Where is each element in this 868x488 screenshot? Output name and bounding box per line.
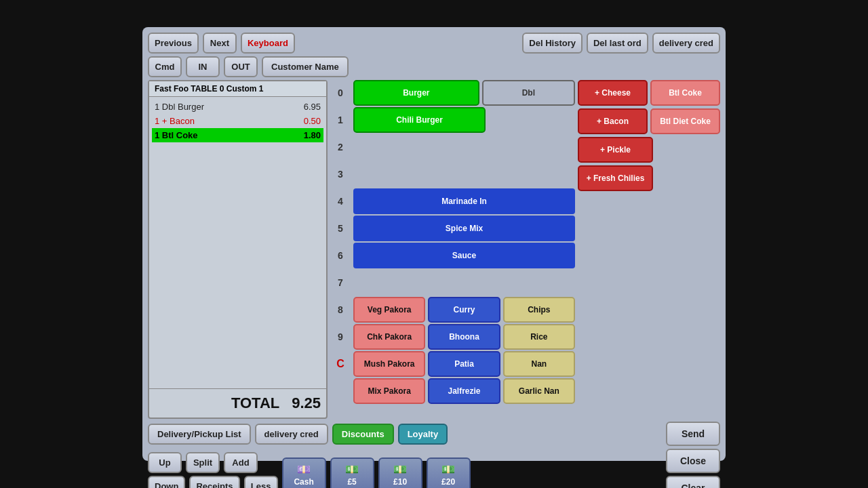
patia-button[interactable]: Patia [428,351,500,377]
ten-button[interactable]: 💵 £10 [378,458,422,489]
order-item-price-0: 6.95 [304,102,321,112]
cash-icon: 💷 [297,463,311,476]
menu-row-0: Burger Dbl [353,80,575,106]
twenty-label: £20 [441,477,455,487]
right-empty-9 [578,365,720,390]
customer-name-button[interactable]: Customer Name [262,56,349,77]
right-row-2: + Fresh Chilies [578,165,720,191]
chili-burger-button[interactable]: Chili Burger [353,107,486,133]
cheese-button[interactable]: + Cheese [578,80,648,106]
burger-button[interactable]: Burger [353,80,479,106]
right-empty-3 [578,194,720,220]
bottom-row-2: Up Split Add Down Receipts Less 💷 Cash 💵… [148,449,720,488]
right-empty-c [578,393,720,419]
garlic-nan-button[interactable]: Garlic Nan [503,378,575,404]
pickle-button[interactable]: + Pickle [578,137,653,163]
order-items: 1 Dbl Burger 6.95 1 + Bacon 0.50 1 Btl C… [149,97,326,388]
order-item-desc-1: 1 + Bacon [155,116,195,126]
less-button[interactable]: Less [244,476,278,488]
num-7: 7 [330,270,351,296]
up-button[interactable]: Up [148,452,182,473]
pos-container: Previous Next Keyboard Del History Del l… [142,27,726,461]
curry-button[interactable]: Curry [428,297,500,323]
previous-button[interactable]: Previous [148,33,199,54]
delivery-pickup-button[interactable]: Delivery/Pickup List [148,424,251,445]
close-clear-col: Close Clear [666,449,720,488]
menu-row-empty-2 [353,161,575,187]
close-button[interactable]: Close [666,449,720,473]
btl-coke-button[interactable]: Btl Coke [650,80,720,106]
num-4: 4 [330,188,351,214]
right-empty-6 [578,279,720,305]
out-button[interactable]: OUT [224,56,258,77]
discounts-button[interactable]: Discounts [332,424,394,445]
num-1: 1 [330,107,351,133]
receipts-button[interactable]: Receipts [189,476,239,488]
total-label: TOTAL [231,394,279,411]
bacon-button[interactable]: + Bacon [578,108,648,134]
ten-icon: 💵 [393,463,407,476]
add-button[interactable]: Add [224,452,258,473]
right-row-1: + Pickle [578,137,720,163]
bottom-row-1: Delivery/Pickup List delivery cred Disco… [148,422,720,446]
loyalty-button[interactable]: Loyalty [398,424,448,445]
order-item-2[interactable]: 1 Btl Coke 1.80 [152,128,323,142]
top-toolbar: Previous Next Keyboard Del History Del l… [148,33,720,54]
mix-pakora-button[interactable]: Mix Pakora [353,378,425,404]
num-5: 5 [330,216,351,241]
num-9: 9 [330,324,351,350]
dbl-button[interactable]: Dbl [482,80,575,106]
bhoona-button[interactable]: Bhoona [428,324,500,350]
num-8: 8 [330,297,351,323]
nan-button[interactable]: Nan [503,351,575,377]
order-item-1[interactable]: 1 + Bacon 0.50 [152,114,323,128]
menu-row-empty-1 [353,134,575,160]
food-row-c: Mix Pakora Jalfrezie Garlic Nan [353,378,575,404]
right-row-0: + Cheese Btl Coke [578,80,720,106]
right-row-0b: + Bacon Btl Diet Coke [578,108,720,134]
chk-pakora-button[interactable]: Chk Pakora [353,324,425,350]
clear-button[interactable]: Clear [666,476,720,488]
in-button[interactable]: IN [186,56,220,77]
btl-diet-coke-button[interactable]: Btl Diet Coke [650,108,720,134]
cash-button[interactable]: 💷 Cash [282,458,326,489]
right-empty-7 [578,308,720,333]
delivery-cred-bottom-button[interactable]: delivery cred [255,424,328,445]
mush-pakora-button[interactable]: Mush Pakora [353,351,425,377]
ten-label: £10 [393,477,407,487]
num-0: 0 [330,80,351,106]
blue-row-3[interactable]: Marinade In [353,188,575,214]
five-icon: 💵 [345,463,359,476]
fresh-chilies-button[interactable]: + Fresh Chilies [578,165,653,191]
number-column: 0 1 2 3 4 5 6 7 8 9 C [330,80,351,419]
numpad-menu: 0 1 2 3 4 5 6 7 8 9 C Burger Dbl [330,80,720,419]
order-header: Fast Foo TABLE 0 Custom 1 [149,81,326,97]
veg-pakora-button[interactable]: Veg Pakora [353,297,425,323]
blue-row-5[interactable]: Sauce [353,243,575,268]
twenty-button[interactable]: 💵 £20 [427,458,471,489]
right-empty-4 [578,222,720,248]
send-button[interactable]: Send [666,422,720,446]
menu-row-empty-6 [353,270,575,296]
jalfrezie-button[interactable]: Jalfrezie [428,378,500,404]
down-button[interactable]: Down [148,476,185,488]
order-item-price-1: 0.50 [304,116,321,126]
order-item-desc-0: 1 Dbl Burger [155,102,204,112]
delivery-cred-button[interactable]: delivery cred [652,33,720,54]
order-panel: Fast Foo TABLE 0 Custom 1 1 Dbl Burger 6… [148,80,328,419]
keyboard-button[interactable]: Keyboard [241,33,295,54]
food-row-7: Veg Pakora Curry Chips [353,297,575,323]
del-last-ord-button[interactable]: Del last ord [587,33,648,54]
chips-button[interactable]: Chips [503,297,575,323]
blue-row-4[interactable]: Spice Mix [353,216,575,241]
next-button[interactable]: Next [203,33,237,54]
right-empty-5 [578,251,720,277]
cmd-button[interactable]: Cmd [148,56,182,77]
menu-row-0b: Chili Burger [353,107,575,133]
order-item-0[interactable]: 1 Dbl Burger 6.95 [152,100,323,114]
num-2: 2 [330,134,351,160]
five-button[interactable]: 💵 £5 [330,458,374,489]
rice-button[interactable]: Rice [503,324,575,350]
split-button[interactable]: Split [186,452,220,473]
del-history-button[interactable]: Del History [522,33,583,54]
